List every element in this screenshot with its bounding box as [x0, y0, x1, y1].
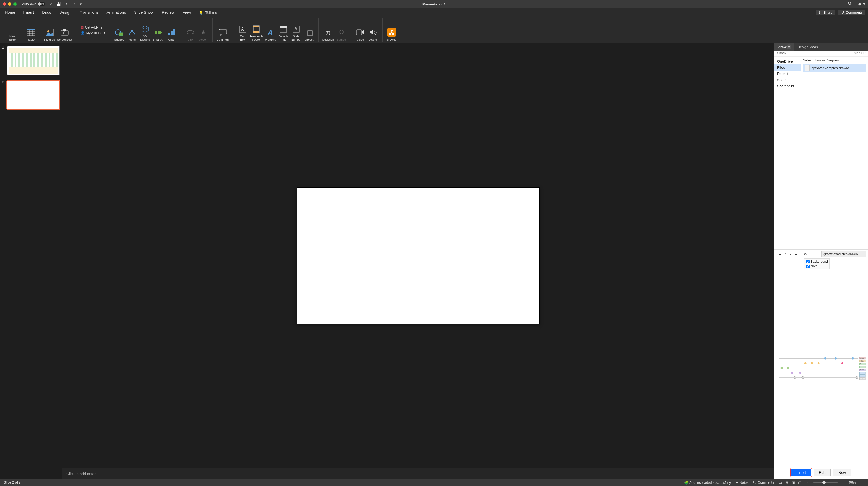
drawio-button[interactable]: draw.io: [385, 27, 398, 42]
normal-view-icon[interactable]: ▭: [779, 481, 782, 485]
note-checkbox[interactable]: Note: [806, 264, 828, 268]
datetime-button[interactable]: Date & Time: [277, 24, 290, 42]
maximize-window-button[interactable]: [13, 2, 17, 6]
tab-review[interactable]: Review: [161, 9, 175, 17]
shapes-button[interactable]: Shapes: [113, 27, 126, 42]
pane-tab-design-ideas[interactable]: Design Ideas: [794, 43, 822, 51]
icons-button[interactable]: Icons: [126, 27, 138, 42]
symbol-button: ΩSymbol: [335, 27, 348, 42]
tab-slideshow[interactable]: Slide Show: [133, 9, 154, 17]
slide-counter[interactable]: Slide 2 of 2: [4, 481, 21, 484]
textbox-button[interactable]: AText Box: [236, 24, 249, 42]
tab-insert[interactable]: Insert: [23, 9, 35, 17]
comments-toggle[interactable]: 🗨 Comments: [753, 481, 774, 484]
edit-button[interactable]: Edit: [814, 469, 831, 476]
file-row[interactable]: gitflow-examples.drawio: [803, 64, 866, 72]
sorter-view-icon[interactable]: ▦: [785, 481, 788, 485]
video-button[interactable]: Video: [354, 27, 367, 42]
3d-models-button[interactable]: 3D Models: [138, 24, 152, 42]
refresh-icon[interactable]: ⟳: [803, 252, 809, 256]
zoom-in-icon[interactable]: +: [842, 481, 844, 484]
new-slide-button[interactable]: New Slide: [6, 24, 19, 42]
tab-home[interactable]: Home: [4, 9, 16, 17]
comment-icon: 🗨: [840, 10, 844, 14]
reading-view-icon[interactable]: ▣: [792, 481, 795, 485]
autosave-toggle[interactable]: AutoSave OFF: [22, 2, 45, 6]
audio-button[interactable]: Audio: [367, 27, 379, 42]
addins-status[interactable]: 🧩 Add-ins loaded successfully: [684, 481, 731, 485]
notes-pane[interactable]: Click to add notes: [62, 468, 774, 479]
comments-button[interactable]: 🗨Comments: [838, 10, 865, 15]
svg-point-62: [824, 357, 826, 360]
nav-files[interactable]: Files: [774, 64, 801, 71]
layers-icon[interactable]: ☰: [812, 252, 819, 256]
search-icon[interactable]: [848, 1, 852, 7]
notes-toggle[interactable]: ≣ Notes: [736, 481, 748, 485]
nav-recent[interactable]: Recent: [774, 71, 801, 77]
new-button[interactable]: New: [833, 469, 851, 476]
object-button[interactable]: Object: [303, 27, 316, 42]
background-checkbox[interactable]: Background: [806, 260, 828, 263]
undo-icon[interactable]: ↶: [65, 2, 69, 6]
chart-button[interactable]: Chart: [165, 27, 178, 42]
slide-thumbnail-panel[interactable]: 1 2: [0, 43, 62, 479]
object-icon: [305, 28, 314, 37]
account-icon[interactable]: ☻ ▾: [858, 1, 865, 7]
nav-sharepoint[interactable]: Sharepoint: [774, 83, 801, 89]
tab-design[interactable]: Design: [59, 9, 72, 17]
header-footer-button[interactable]: Header & Footer: [249, 24, 264, 42]
fit-to-window-icon[interactable]: ⛶: [861, 481, 864, 484]
pictures-button[interactable]: Pictures: [43, 27, 56, 42]
tab-animations[interactable]: Animations: [106, 9, 127, 17]
next-page-icon[interactable]: ▶: [793, 252, 799, 256]
equation-button[interactable]: πEquation: [321, 27, 335, 42]
zoom-out-icon[interactable]: −: [806, 481, 808, 484]
home-icon[interactable]: ⌂: [50, 2, 53, 6]
table-button[interactable]: Table: [25, 27, 37, 42]
comment-button[interactable]: Comment: [215, 27, 230, 42]
smartart-button[interactable]: SmartArt: [152, 27, 165, 42]
slidenumber-button[interactable]: #Slide Number: [290, 24, 303, 42]
insert-button[interactable]: Insert: [792, 469, 811, 476]
signout-link[interactable]: Sign Out: [854, 51, 866, 56]
ribbon: New Slide Table Pictures Screenshot ▦Get…: [0, 17, 868, 43]
autosave-switch[interactable]: OFF: [38, 2, 45, 6]
wordart-icon: A: [266, 28, 275, 37]
star-icon: ★: [199, 28, 208, 37]
svg-marker-20: [142, 26, 148, 32]
svg-rect-22: [155, 31, 157, 34]
zoom-slider[interactable]: [813, 482, 838, 483]
tab-draw[interactable]: Draw: [41, 9, 52, 17]
link-icon: [186, 28, 195, 37]
minimize-window-button[interactable]: [8, 2, 11, 6]
nav-onedrive[interactable]: OneDrive: [774, 58, 801, 64]
slide-canvas-area[interactable]: [62, 43, 774, 468]
close-window-button[interactable]: [3, 2, 6, 6]
svg-text:Rel Freeze: Rel Freeze: [860, 366, 865, 368]
my-addins-button[interactable]: 👤My Add-ins▾: [81, 31, 105, 35]
zoom-value[interactable]: 96%: [849, 481, 856, 484]
slide-thumbnail-2[interactable]: [7, 80, 60, 110]
close-pane-icon[interactable]: ✕: [786, 44, 792, 49]
nav-shared[interactable]: Shared: [774, 77, 801, 83]
window-controls: [3, 2, 17, 6]
svg-text:Release: Release: [860, 363, 865, 365]
tell-me[interactable]: 💡 Tell me: [199, 10, 217, 15]
slide-canvas[interactable]: [297, 188, 539, 324]
wordart-button[interactable]: AWordArt: [264, 27, 277, 42]
redo-icon[interactable]: ↷: [72, 2, 76, 6]
get-addins-button[interactable]: ▦Get Add-ins: [81, 26, 105, 29]
tab-view[interactable]: View: [182, 9, 191, 17]
svg-rect-14: [61, 30, 68, 35]
tab-transitions[interactable]: Transitions: [79, 9, 99, 17]
qat-more-icon[interactable]: ▾: [80, 2, 82, 6]
svg-marker-42: [362, 30, 364, 34]
share-button[interactable]: ⇪Share: [816, 10, 835, 15]
svg-line-49: [392, 32, 393, 33]
prev-page-icon[interactable]: ◀: [777, 252, 783, 256]
back-link[interactable]: < Back: [776, 51, 786, 56]
save-icon[interactable]: 💾: [56, 2, 61, 6]
slideshow-view-icon[interactable]: ▢: [798, 481, 801, 485]
slide-thumbnail-1[interactable]: [7, 46, 60, 75]
screenshot-button[interactable]: Screenshot: [56, 27, 73, 42]
